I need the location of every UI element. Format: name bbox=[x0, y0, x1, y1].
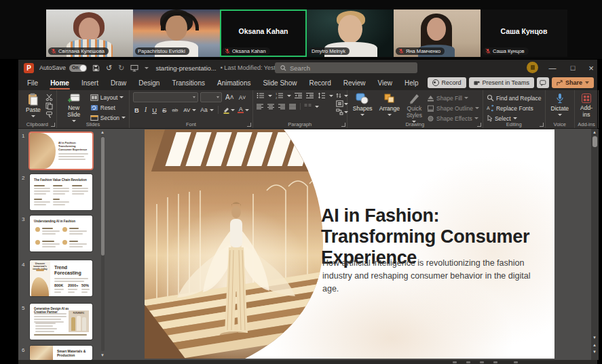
participant-tile-svitlana[interactable]: Світлана Кулешова bbox=[46, 9, 133, 57]
slide-canvas[interactable]: AI in Fashion: Transforming Consumer Exp… bbox=[145, 129, 554, 359]
bold-button[interactable]: B bbox=[133, 106, 140, 114]
font-color-button[interactable]: A bbox=[238, 106, 249, 114]
slide-thumbnail-6[interactable]: Smart Materials & Production bbox=[30, 346, 92, 360]
font-dialog-launcher-icon[interactable] bbox=[247, 123, 251, 127]
paragraph-dialog-launcher-icon[interactable] bbox=[341, 123, 345, 127]
search-input[interactable]: Search bbox=[275, 62, 417, 73]
line-spacing-icon[interactable] bbox=[318, 92, 326, 99]
slide-thumbnail-4[interactable]: Uncover tomorrow's trends today Trend Fo… bbox=[30, 260, 92, 296]
autosave-toggle[interactable]: On bbox=[69, 64, 87, 72]
underline-button[interactable]: U bbox=[151, 106, 158, 114]
account-avatar[interactable] bbox=[527, 62, 538, 73]
minimize-button[interactable]: — bbox=[544, 60, 561, 76]
scrollbar-thumb[interactable] bbox=[101, 137, 105, 256]
addins-button[interactable]: Add-ins bbox=[578, 92, 595, 119]
present-in-teams-button[interactable]: Present in Teams bbox=[469, 77, 534, 88]
dictate-button[interactable]: Dictate bbox=[549, 92, 571, 117]
participant-tile-dmytro[interactable]: Dmytro Melnyk bbox=[307, 9, 394, 57]
tab-animations[interactable]: Animations bbox=[211, 76, 257, 90]
grow-font-button[interactable]: A˄ bbox=[224, 94, 236, 101]
tab-record[interactable]: Record bbox=[303, 76, 337, 90]
document-title[interactable]: starting-presentatio... bbox=[155, 64, 216, 72]
participant-tile-sasha[interactable]: Саша Кунцов Саша Кунцов bbox=[481, 9, 567, 57]
text-direction-icon[interactable] bbox=[336, 92, 343, 99]
slide-thumbnail-3[interactable]: Understanding AI in Fashion bbox=[30, 216, 92, 251]
comments-button[interactable] bbox=[537, 77, 549, 88]
slideshow-icon[interactable] bbox=[130, 64, 138, 72]
participant-tile-papachristou[interactable]: Papachristou Evridiki bbox=[133, 9, 220, 57]
bullets-icon[interactable] bbox=[257, 92, 265, 99]
slide-subtitle[interactable]: How artificial intelligence is revolutio… bbox=[322, 257, 540, 296]
tab-file[interactable]: File bbox=[21, 76, 44, 90]
main-scrollbar[interactable]: ▲ ▼ ▲ ▼ bbox=[591, 129, 599, 360]
undo-icon[interactable]: ↺ bbox=[106, 64, 112, 72]
quick-access-dropdown-icon[interactable] bbox=[145, 67, 149, 69]
tab-home[interactable]: Home bbox=[44, 76, 75, 90]
copy-icon[interactable] bbox=[45, 102, 53, 110]
participant-tile-oksana[interactable]: Oksana Kahan Oksana Kahan bbox=[220, 9, 307, 57]
cut-icon[interactable] bbox=[45, 94, 53, 101]
smartart-icon[interactable] bbox=[336, 108, 343, 115]
align-center-icon[interactable] bbox=[267, 104, 275, 110]
tab-design[interactable]: Design bbox=[132, 76, 166, 90]
font-name-select[interactable] bbox=[133, 92, 198, 102]
slide-thumbnail-2[interactable]: The Fashion Value Chain Revolution bbox=[30, 174, 92, 210]
strikethrough-button[interactable]: S bbox=[161, 106, 168, 114]
find-replace-button[interactable]: Find and Replace bbox=[487, 94, 542, 102]
format-painter-icon[interactable] bbox=[45, 111, 53, 119]
redo-icon[interactable]: ↻ bbox=[118, 64, 124, 72]
scrollbar-thumb[interactable] bbox=[592, 136, 597, 147]
thumbnail-scrollbar[interactable]: ▲ ▼ bbox=[100, 130, 105, 359]
justify-icon[interactable] bbox=[289, 104, 297, 110]
arrange-button[interactable]: Arrange bbox=[377, 92, 402, 117]
share-button[interactable]: Share bbox=[552, 77, 594, 88]
shrink-font-button[interactable]: A˅ bbox=[238, 94, 248, 101]
tab-view[interactable]: View bbox=[372, 76, 399, 90]
next-slide-icon[interactable]: ▼ bbox=[592, 350, 597, 354]
tab-insert[interactable]: Insert bbox=[75, 76, 105, 90]
shape-outline-button[interactable]: Shape Outline bbox=[427, 104, 479, 113]
shape-fill-button[interactable]: Shape Fill bbox=[427, 94, 479, 102]
character-spacing-button[interactable]: AV bbox=[182, 107, 191, 113]
participant-tile-yana[interactable]: Яна Мамченко bbox=[394, 9, 481, 57]
tab-transitions[interactable]: Transitions bbox=[166, 76, 211, 90]
layout-button[interactable]: Layout bbox=[90, 93, 126, 102]
slide-thumbnail-1[interactable]: AI in Fashion: Transforming Consumer Exp… bbox=[30, 133, 92, 169]
record-button[interactable]: Record bbox=[428, 77, 466, 88]
shapes-button[interactable]: Shapes bbox=[351, 92, 375, 117]
highlight-color-button[interactable] bbox=[223, 106, 235, 114]
slide-thumbnail-5[interactable]: Generative Design AI as Creative Partner… bbox=[30, 304, 92, 340]
tab-slide-show[interactable]: Slide Show bbox=[257, 76, 303, 90]
powerpoint-icon[interactable]: P bbox=[24, 63, 34, 73]
new-slide-button[interactable]: New Slide bbox=[60, 92, 88, 123]
align-left-icon[interactable] bbox=[257, 104, 264, 110]
scroll-down-icon[interactable]: ▼ bbox=[100, 353, 105, 357]
quick-styles-button[interactable]: Quick Styles bbox=[405, 92, 424, 123]
align-right-icon[interactable] bbox=[278, 104, 286, 110]
change-case-button[interactable]: Aa bbox=[199, 106, 208, 113]
tab-draw[interactable]: Draw bbox=[105, 76, 132, 90]
numbering-icon[interactable]: 12 bbox=[276, 92, 284, 99]
columns-icon[interactable] bbox=[304, 104, 312, 110]
maximize-button[interactable]: □ bbox=[565, 60, 581, 76]
align-text-icon[interactable] bbox=[336, 100, 343, 107]
scroll-up-icon[interactable]: ▲ bbox=[592, 130, 597, 134]
reset-button[interactable]: Reset bbox=[90, 103, 126, 112]
font-size-select[interactable] bbox=[200, 92, 222, 102]
close-button[interactable]: × bbox=[583, 60, 599, 76]
scroll-down-icon[interactable]: ▼ bbox=[592, 336, 597, 340]
clear-formatting-button[interactable]: ab bbox=[170, 107, 179, 113]
scroll-up-icon[interactable]: ▲ bbox=[100, 130, 105, 134]
drawing-dialog-launcher-icon[interactable] bbox=[477, 123, 481, 127]
replace-fonts-button[interactable]: A Replace Fonts bbox=[487, 104, 542, 113]
clipboard-dialog-launcher-icon[interactable] bbox=[51, 123, 55, 127]
paste-button[interactable]: Paste bbox=[24, 92, 43, 118]
italic-button[interactable]: I bbox=[143, 106, 148, 113]
tab-help[interactable]: Help bbox=[398, 76, 425, 90]
tab-review[interactable]: Review bbox=[337, 76, 372, 90]
increase-indent-icon[interactable] bbox=[306, 92, 314, 99]
previous-slide-icon[interactable]: ▲ bbox=[592, 343, 595, 347]
decrease-indent-icon[interactable] bbox=[295, 92, 303, 99]
save-icon[interactable] bbox=[92, 64, 100, 72]
editing-dialog-launcher-icon[interactable] bbox=[540, 123, 544, 127]
